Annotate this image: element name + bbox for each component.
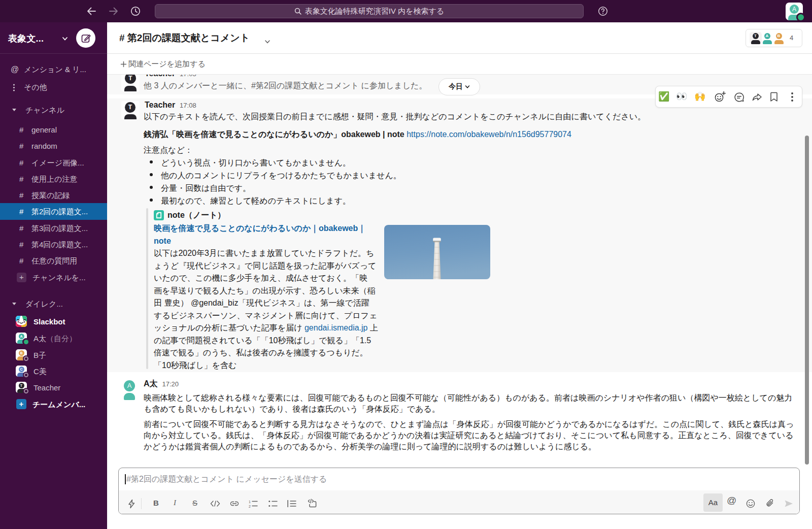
svg-text:1: 1 [249,500,251,504]
svg-text:2: 2 [249,505,251,508]
